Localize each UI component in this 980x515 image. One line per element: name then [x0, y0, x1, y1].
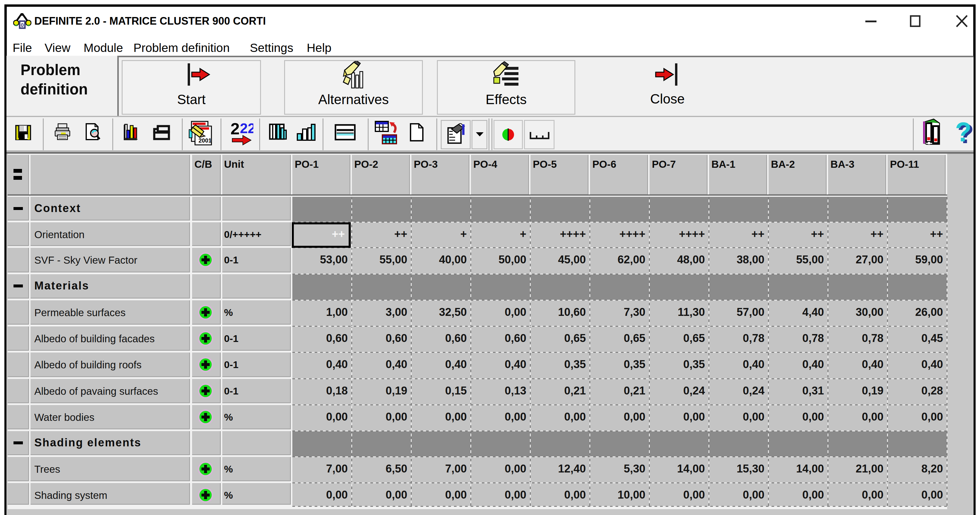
svg-text:?: ?	[955, 121, 972, 147]
svg-text:22: 22	[240, 121, 253, 136]
svg-text:2001: 2001	[199, 137, 212, 144]
svg-text:0: 0	[21, 22, 24, 28]
svg-text:2: 2	[231, 119, 240, 138]
